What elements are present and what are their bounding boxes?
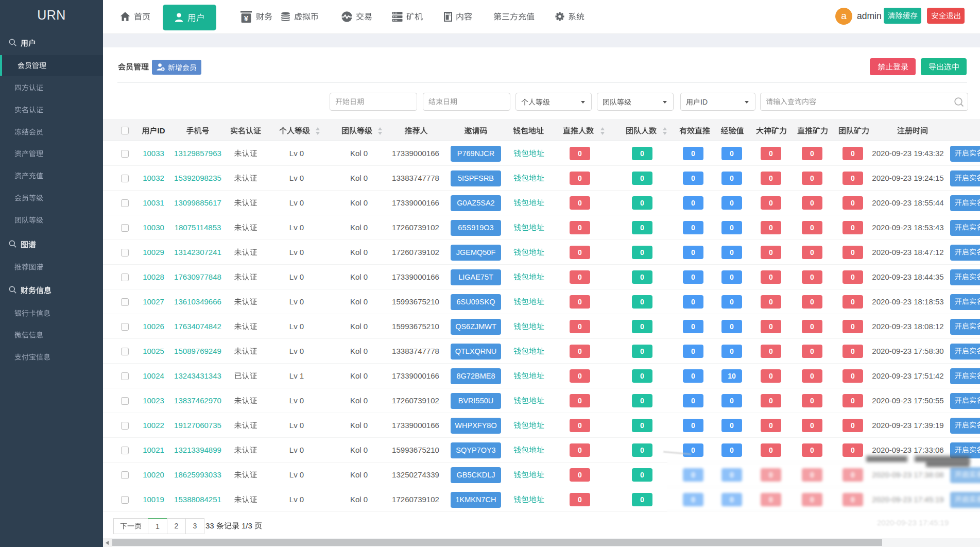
svg-text:¥: ¥ — [244, 13, 249, 22]
